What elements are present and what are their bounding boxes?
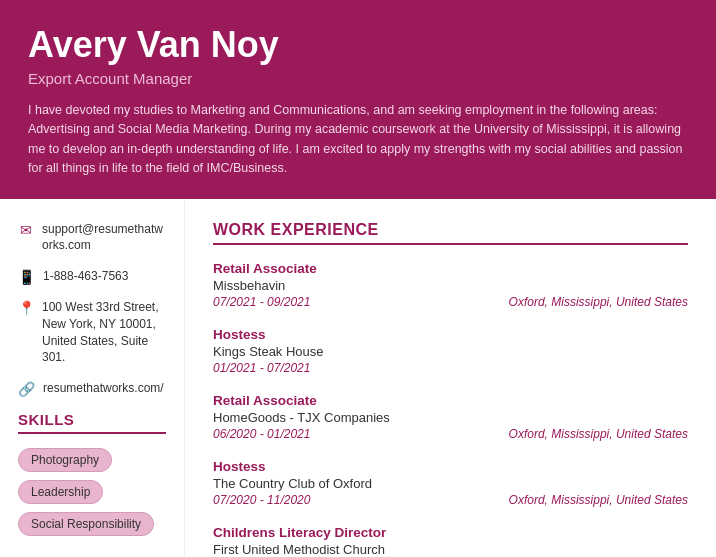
job-dates-3: 07/2020 - 11/2020 (213, 493, 310, 507)
contact-email-item: ✉ support@resumethatworks.com (18, 221, 166, 255)
job-company-2: HomeGoods - TJX Companies (213, 410, 688, 425)
job-dates-row-2: 06/2020 - 01/2021 Oxford, Mississippi, U… (213, 427, 688, 441)
skill-badge-social-responsibility: Social Responsibility (18, 512, 154, 536)
job-dates-row-3: 07/2020 - 11/2020 Oxford, Mississippi, U… (213, 493, 688, 507)
job-company-1: Kings Steak House (213, 344, 688, 359)
skills-list: Photography Leadership Social Responsibi… (18, 448, 166, 544)
job-title-2: Retail Associate (213, 393, 688, 408)
job-location-0: Oxford, Mississippi, United States (509, 295, 688, 309)
candidate-name: Avery Van Noy (28, 24, 688, 66)
address-icon: 📍 (18, 300, 34, 316)
contact-address-item: 📍 100 West 33rd Street, New York, NY 100… (18, 299, 166, 366)
address-text: 100 West 33rd Street, New York, NY 10001… (42, 299, 166, 366)
work-entry-4: Childrens Literacy Director First United… (213, 525, 688, 558)
job-dates-1: 01/2021 - 07/2021 (213, 361, 310, 375)
phone-icon: 📱 (18, 269, 35, 285)
job-dates-0: 07/2021 - 09/2021 (213, 295, 310, 309)
job-company-0: Missbehavin (213, 278, 688, 293)
job-company-3: The Country Club of Oxford (213, 476, 688, 491)
job-location-3: Oxford, Mississippi, United States (509, 493, 688, 507)
contact-phone-item: 📱 1-888-463-7563 (18, 268, 166, 285)
email-icon: ✉ (18, 222, 34, 238)
skill-badge-leadership: Leadership (18, 480, 103, 504)
candidate-summary: I have devoted my studies to Marketing a… (28, 101, 688, 179)
job-dates-row-0: 07/2021 - 09/2021 Oxford, Mississippi, U… (213, 295, 688, 309)
website-icon: 🔗 (18, 381, 35, 397)
phone-text: 1-888-463-7563 (43, 268, 128, 285)
skill-badge-photography: Photography (18, 448, 112, 472)
job-title-3: Hostess (213, 459, 688, 474)
job-title-0: Retail Associate (213, 261, 688, 276)
work-entry-3: Hostess The Country Club of Oxford 07/20… (213, 459, 688, 507)
job-company-4: First United Methodist Church (213, 542, 688, 557)
candidate-title: Export Account Manager (28, 70, 688, 87)
job-dates-row-1: 01/2021 - 07/2021 (213, 361, 688, 375)
job-title-1: Hostess (213, 327, 688, 342)
main-content: WORK EXPERIENCE Retail Associate Missbeh… (185, 199, 716, 558)
website-text: resumethatworks.com/ (43, 380, 164, 397)
work-experience-title: WORK EXPERIENCE (213, 221, 688, 245)
email-text: support@resumethatworks.com (42, 221, 166, 255)
body-layout: ✉ support@resumethatworks.com 📱 1-888-46… (0, 199, 716, 558)
resume-header: Avery Van Noy Export Account Manager I h… (0, 0, 716, 199)
job-location-2: Oxford, Mississippi, United States (509, 427, 688, 441)
job-dates-2: 06/2020 - 01/2021 (213, 427, 310, 441)
work-entry-0: Retail Associate Missbehavin 07/2021 - 0… (213, 261, 688, 309)
contact-website-item: 🔗 resumethatworks.com/ (18, 380, 166, 397)
sidebar: ✉ support@resumethatworks.com 📱 1-888-46… (0, 199, 185, 558)
work-entry-2: Retail Associate HomeGoods - TJX Compani… (213, 393, 688, 441)
skills-section-title: SKILLS (18, 411, 166, 434)
job-title-4: Childrens Literacy Director (213, 525, 688, 540)
work-entry-1: Hostess Kings Steak House 01/2021 - 07/2… (213, 327, 688, 375)
